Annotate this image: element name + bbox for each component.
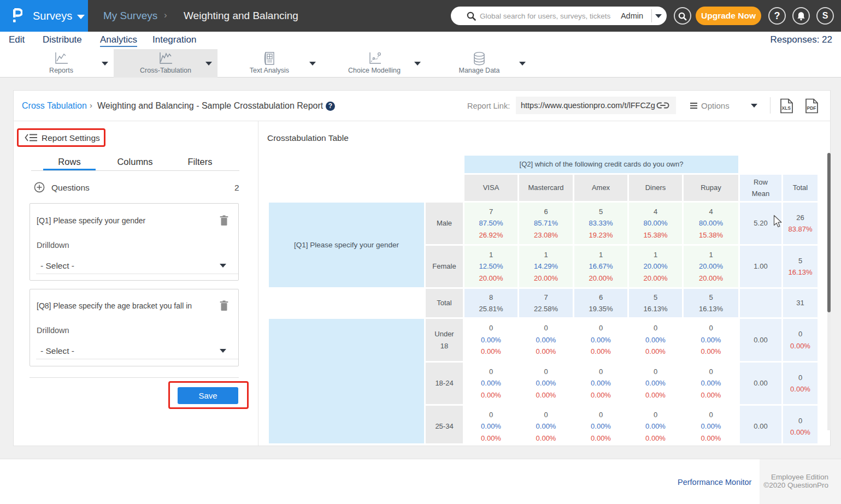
svg-text:XLS: XLS — [782, 105, 791, 111]
svg-text:PDF: PDF — [807, 105, 816, 111]
